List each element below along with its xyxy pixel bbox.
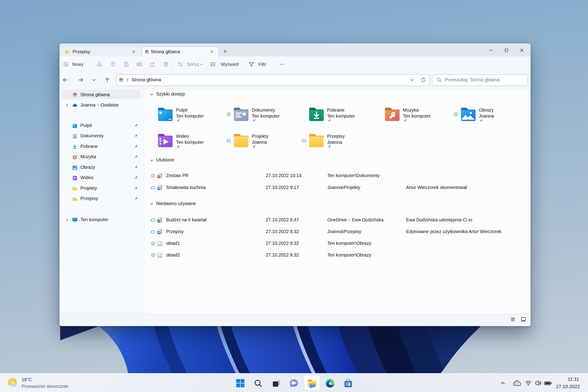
svg-text:P: P [158, 175, 160, 178]
svg-text:W: W [158, 187, 160, 190]
svg-text:X: X [158, 219, 160, 222]
svg-text:W: W [158, 231, 160, 234]
